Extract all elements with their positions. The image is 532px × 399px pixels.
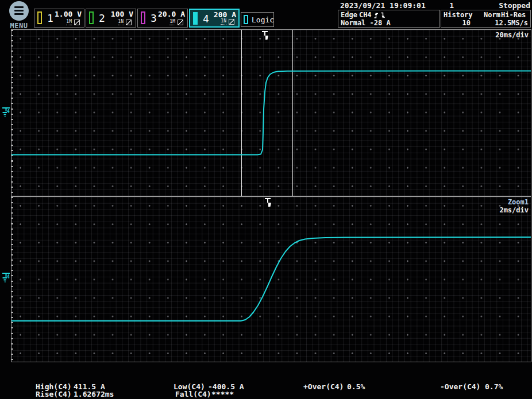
sample-rate: 12.5MS/s [495,19,528,27]
ch4-ground-marker-zoom[interactable]: 4 [1,271,11,285]
trigger-info-box[interactable]: Edge CH4 Normal -28 A [338,10,440,28]
menu-label: MENU [6,22,32,30]
probe-icon [74,20,80,25]
coupling-icon: 1N [221,19,226,25]
channel-scale-value: 20.0 A [158,10,185,18]
channel-number: 1 [47,12,53,24]
meas-pover-label: +Over(C4) [303,382,344,391]
ch4-ground-marker-main[interactable]: 4 [1,106,11,119]
meas-rise-value: 1.62672ms [74,390,114,398]
zoom1-waveform-trace [11,237,531,321]
logic-label: Logic [252,16,274,24]
channel-scale-value: 1.00 V [55,10,82,18]
coupling-icon: 1M [66,20,72,25]
trigger-source: CH4 [359,11,372,19]
history-value: 10 [456,19,471,27]
meas-rise-label: Rise(C4) [36,390,72,398]
meas-pover-value: 0.5% [347,382,365,391]
acquisition-info-box[interactable]: History Norm Hi-Res 10 12.5MS/s [441,10,531,28]
falling-edge-icon [380,11,385,19]
channel-3-button[interactable]: 3 20.0 A 1M [137,9,188,28]
main-waveform-trace [11,71,531,155]
record-mode: Norm [484,11,500,19]
channel-1-color-indicator [37,11,42,24]
zoom1-waveform-window[interactable]: Zoom1 2ms/div [11,196,531,362]
coupling-icon: 1N [118,20,124,25]
menu-button[interactable]: MENU [6,1,32,29]
datetime: 2023/09/21 19:09:01 [340,1,426,10]
history-label: History [444,11,473,19]
main-waveform [11,30,531,196]
meas-nover-value: 0.7% [485,382,503,391]
oscilloscope-screen: MENU 1 1.00 V 1M 2 100 V 1N 3 20.0 A 1M … [0,0,532,399]
channel-1-button[interactable]: 1 1.00 V 1M [34,9,84,28]
probe-icon [229,19,234,25]
trigger-mode-level: Normal -28 A [341,19,391,27]
run-state: Stopped [499,1,530,10]
channel-4-color-indicator [193,12,198,25]
trigger-position-marker[interactable] [261,30,272,41]
coupling-icon: 1M [169,20,175,25]
resolution-mode: Hi-Res [501,11,526,19]
channel-scale-value: 100 V [111,10,133,18]
rising-edge-icon [373,11,379,19]
main-waveform-window[interactable]: 20ms/div [11,29,531,196]
channel-3-color-indicator [141,11,145,24]
zoom1-waveform [11,197,531,362]
zoom-timebase: 2ms/div [499,206,529,214]
channel-2-button[interactable]: 2 100 V 1N [86,9,136,28]
channel-number: 2 [99,12,105,24]
probe-icon [126,20,132,25]
hamburger-icon [9,1,29,21]
logic-button[interactable]: Logic [241,12,274,27]
channel-scale-value: 200 A [214,10,236,19]
channel-2-color-indicator [89,11,94,24]
meas-fall-label: Fall(C4) [175,390,211,398]
zoom-window-label: Zoom1 [508,198,529,206]
main-timebase: 20ms/div [495,31,529,39]
meas-nover-label: -Over(C4) [440,382,480,391]
probe-icon [178,20,183,25]
meas-fall-value: ***** [211,390,234,398]
channel-4-button-selected[interactable]: 4 200 A 1N [189,9,240,28]
svg-text:4: 4 [7,109,10,114]
channel-number: 4 [203,13,209,25]
acquisition-count: 1 [442,1,454,10]
channel-number: 3 [151,12,157,24]
trigger-type: Edge [341,11,357,19]
svg-text:4: 4 [7,274,10,280]
logic-color-indicator [244,15,248,24]
zoom-trigger-position-marker[interactable] [264,197,275,208]
